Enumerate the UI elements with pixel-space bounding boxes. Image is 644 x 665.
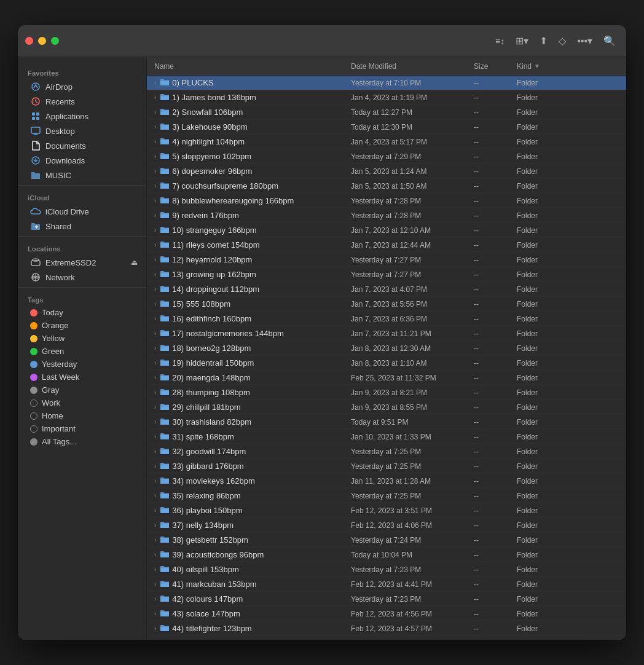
view-list-button[interactable]: ≡↕ xyxy=(492,34,508,48)
table-row[interactable]: › 31) spite 168bpm Jan 10, 2023 at 1:33 … xyxy=(147,430,626,444)
view-icons-button[interactable]: ⊞▾ xyxy=(512,33,532,49)
sidebar-item-tag-green[interactable]: Green xyxy=(20,345,144,358)
sidebar-item-downloads[interactable]: Downloads xyxy=(20,153,144,168)
share-button[interactable]: ⬆ xyxy=(536,33,551,49)
sidebar-item-tag-lastweek[interactable]: Last Week xyxy=(20,371,144,384)
table-row[interactable]: › 30) trashisland 82bpm Today at 9:51 PM… xyxy=(147,415,626,430)
table-row[interactable]: › 35) relaxing 86bpm Yesterday at 7:25 P… xyxy=(147,489,626,503)
row-size: -- xyxy=(474,521,517,530)
table-row[interactable]: › 42) colours 147bpm Yesterday at 7:23 P… xyxy=(147,592,626,607)
table-row[interactable]: › 13) growing up 162bpm Yesterday at 7:2… xyxy=(147,267,626,282)
folder-icon xyxy=(160,639,170,640)
sidebar-item-network[interactable]: Network xyxy=(20,270,144,285)
table-row[interactable]: › 17) nostalgicmemories 144bpm Jan 7, 20… xyxy=(147,326,626,341)
table-row[interactable]: › 7) couchsurfsupreme 180bpm Jan 5, 2023… xyxy=(147,179,626,194)
eject-icon[interactable]: ⏏ xyxy=(131,258,138,267)
sidebar-item-tag-home[interactable]: Home xyxy=(20,409,144,422)
table-row[interactable]: › 0) PLUCKS Yesterday at 7:10 PM -- Fold… xyxy=(147,76,626,90)
sidebar-item-airdrop[interactable]: AirDrop xyxy=(20,79,144,94)
row-name: 42) colours 147bpm xyxy=(172,594,243,604)
folder-icon xyxy=(160,329,170,339)
tag-today-dot xyxy=(30,309,37,317)
titlebar: ≡↕ ⊞▾ ⬆ ◇ •••▾ 🔍 xyxy=(18,25,626,57)
row-chevron-icon: › xyxy=(154,507,156,514)
table-row[interactable]: › 9) redvein 176bpm Yesterday at 7:28 PM… xyxy=(147,208,626,223)
sidebar-item-tag-yesterday[interactable]: Yesterday xyxy=(20,358,144,371)
sidebar-item-extremessd2[interactable]: ExtremeSSD2 ⏏ xyxy=(20,255,144,270)
table-row[interactable]: › 10) strangeguy 166bpm Jan 7, 2023 at 1… xyxy=(147,223,626,238)
sidebar-item-tag-alltags[interactable]: All Tags... xyxy=(20,435,144,448)
row-kind: Folder xyxy=(517,300,619,309)
row-date: Jan 8, 2023 at 12:30 AM xyxy=(351,344,474,353)
table-row[interactable]: › 20) maengda 148bpm Feb 25, 2023 at 11:… xyxy=(147,371,626,385)
row-date: Yesterday at 7:29 PM xyxy=(351,152,474,161)
table-row[interactable]: › 4) nightlight 104bpm Jan 4, 2023 at 5:… xyxy=(147,135,626,149)
table-row[interactable]: › 11) rileys comet 154bpm Jan 7, 2023 at… xyxy=(147,238,626,253)
sidebar-item-recents[interactable]: Recents xyxy=(20,94,144,109)
row-date: Yesterday at 7:28 PM xyxy=(351,211,474,220)
sidebar-item-music[interactable]: MUSIC xyxy=(20,168,144,183)
table-row[interactable]: › 15) 555 108bpm Jan 7, 2023 at 5:56 PM … xyxy=(147,297,626,312)
folder-icon xyxy=(160,240,170,250)
table-row[interactable]: › 8) bubblewhereareugoing 166bpm Yesterd… xyxy=(147,194,626,208)
table-row[interactable]: › 32) goodwill 174bpm Yesterday at 7:25 … xyxy=(147,444,626,459)
tag-home-label: Home xyxy=(42,411,63,420)
table-row[interactable]: › 43) solace 147bpm Feb 12, 2023 at 4:56… xyxy=(147,607,626,621)
close-button[interactable] xyxy=(25,37,33,45)
sidebar-item-tag-yellow[interactable]: Yellow xyxy=(20,332,144,345)
table-row[interactable]: › 40) oilspill 153bpm Yesterday at 7:23 … xyxy=(147,562,626,577)
search-button[interactable]: 🔍 xyxy=(600,33,619,49)
sidebar-item-applications[interactable]: Applications xyxy=(20,109,144,124)
row-name: 29) chillpill 181bpm xyxy=(172,403,240,412)
sidebar-item-tag-important[interactable]: Important xyxy=(20,422,144,435)
row-size: -- xyxy=(474,211,517,220)
row-kind: Folder xyxy=(517,344,619,353)
col-name-header[interactable]: Name xyxy=(154,62,351,71)
table-row[interactable]: › 29) chillpill 181bpm Jan 9, 2023 at 8:… xyxy=(147,400,626,415)
sidebar-item-icloud-drive[interactable]: iCloud Drive xyxy=(20,204,144,219)
sidebar-item-tag-work[interactable]: Work xyxy=(20,396,144,409)
row-size: -- xyxy=(474,374,517,382)
sidebar-item-tag-today[interactable]: Today xyxy=(20,306,144,319)
minimize-button[interactable] xyxy=(38,37,46,45)
table-row[interactable]: › 39) acousticbongs 96bpm Today at 10:04… xyxy=(147,548,626,562)
row-chevron-icon: › xyxy=(154,419,156,425)
table-row[interactable]: › 18) borneo2g 128bpm Jan 8, 2023 at 12:… xyxy=(147,341,626,356)
more-button[interactable]: •••▾ xyxy=(574,33,595,49)
row-size: -- xyxy=(474,506,517,515)
table-row[interactable]: › 33) gibbard 176bpm Yesterday at 7:25 P… xyxy=(147,459,626,474)
col-kind-header[interactable]: Kind ▼ xyxy=(517,62,619,71)
table-row[interactable]: › 41) markcuban 153bpm Feb 12, 2023 at 4… xyxy=(147,577,626,592)
table-row[interactable]: › 3) Lakehouse 90bpm Today at 12:30 PM -… xyxy=(147,120,626,135)
col-date-header[interactable]: Date Modified xyxy=(351,62,474,71)
table-row[interactable]: › 12) heyarnold 120bpm Yesterday at 7:27… xyxy=(147,253,626,267)
table-row[interactable]: › 37) nelly 134bpm Feb 12, 2023 at 4:06 … xyxy=(147,518,626,533)
row-date: Yesterday at 7:23 PM xyxy=(351,595,474,604)
back-button[interactable] xyxy=(66,40,71,42)
fullscreen-button[interactable] xyxy=(51,37,59,45)
table-row[interactable]: › 1) James bond 136bpm Jan 4, 2023 at 1:… xyxy=(147,90,626,105)
sidebar-item-shared[interactable]: Shared xyxy=(20,219,144,234)
tag-yellow-label: Yellow xyxy=(42,334,65,343)
table-row[interactable]: › 6) dopesmoker 96bpm Jan 5, 2023 at 1:2… xyxy=(147,164,626,179)
table-row[interactable]: › 45) sunspots 147bpm Feb 12, 2023 at 4:… xyxy=(147,636,626,640)
sidebar-item-desktop[interactable]: Desktop xyxy=(20,124,144,138)
row-kind: Folder xyxy=(517,462,619,471)
table-row[interactable]: › 14) droppingout 112bpm Jan 7, 2023 at … xyxy=(147,282,626,297)
sidebar-item-tag-orange[interactable]: Orange xyxy=(20,319,144,332)
table-row[interactable]: › 38) getsbettr 152bpm Yesterday at 7:24… xyxy=(147,533,626,548)
table-row[interactable]: › 44) titlefighter 123bpm Feb 12, 2023 a… xyxy=(147,621,626,636)
table-row[interactable]: › 19) hiddentrail 150bpm Jan 8, 2023 at … xyxy=(147,356,626,371)
sidebar-item-documents[interactable]: Documents xyxy=(20,138,144,153)
table-row[interactable]: › 16) edithfinch 160bpm Jan 7, 2023 at 6… xyxy=(147,312,626,326)
sidebar-item-tag-gray[interactable]: Gray xyxy=(20,384,144,396)
table-row[interactable]: › 34) moviekeys 162bpm Jan 11, 2023 at 1… xyxy=(147,474,626,489)
table-row[interactable]: › 2) Snowfall 106bpm Today at 12:27 PM -… xyxy=(147,105,626,120)
table-row[interactable]: › 5) sloppyemo 102bpm Yesterday at 7:29 … xyxy=(147,149,626,164)
table-row[interactable]: › 36) playboi 150bpm Feb 12, 2023 at 3:5… xyxy=(147,503,626,518)
tag-button[interactable]: ◇ xyxy=(556,33,569,49)
row-size: -- xyxy=(474,138,517,146)
col-size-header[interactable]: Size xyxy=(474,62,517,71)
table-row[interactable]: › 28) thumping 108bpm Jan 9, 2023 at 8:2… xyxy=(147,385,626,400)
forward-button[interactable] xyxy=(74,40,79,42)
